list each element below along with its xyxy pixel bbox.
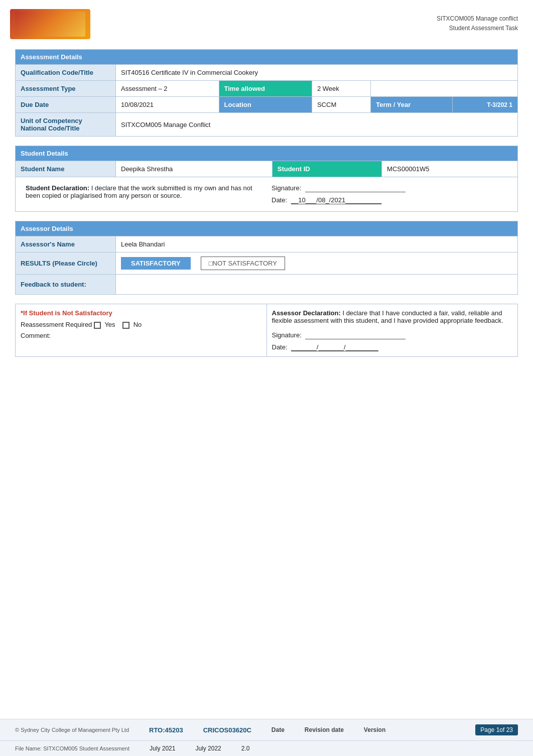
title-line2: Student Assessment Task xyxy=(437,24,518,33)
assessor-decl-row: Assessor Declaration: I declare that I h… xyxy=(272,309,513,324)
signature-label: Signature: xyxy=(272,184,301,192)
assessment-section-header: Assessment Details xyxy=(16,50,518,65)
results-label: RESULTS (Please Circle) xyxy=(16,253,116,275)
assessor-section-header: Assessor Details xyxy=(16,221,518,236)
term-year-label: Term / Year xyxy=(371,97,453,113)
signature-row: Signature: xyxy=(272,184,507,192)
due-date-label: Due Date xyxy=(16,97,116,113)
not-satisfactory-table: *If Student is Not Satisfactory Reassess… xyxy=(15,304,518,357)
results-buttons: SATISFACTORY □NOT SATISFACTORY xyxy=(121,257,512,270)
not-satisfactory-right: Assessor Declaration: I declare that I h… xyxy=(266,304,518,357)
cricos-label-text: CRICOS xyxy=(203,726,229,734)
student-section-header: Student Details xyxy=(16,146,518,161)
qualification-value: SIT40516 Certificate IV in Commercial Co… xyxy=(116,65,518,81)
student-declaration-row: Student Declaration: I declare that the … xyxy=(16,177,518,212)
time-allowed-value: 2 Week xyxy=(312,81,370,97)
date-label: Date: xyxy=(272,196,287,204)
title-line1: SITXCOM005 Manage conflict xyxy=(437,14,518,24)
no-label: No xyxy=(134,321,142,328)
assessment-details-table: Assessment Details Qualification Code/Ti… xyxy=(15,49,518,137)
assessor-date-label: Date: xyxy=(272,343,288,351)
reassessment-row: Reassessment Required Yes No xyxy=(21,321,261,329)
due-date-value: 10/08/2021 xyxy=(116,97,219,113)
page-header: SITXCOM005 Manage conflict Student Asses… xyxy=(0,0,533,44)
assessor-decl-label: Assessor Declaration: xyxy=(272,309,341,317)
feedback-label: Feedback to student: xyxy=(16,275,116,295)
rto-label: RTO:45203 xyxy=(149,726,183,734)
footer: © Sydney City College of Management Pty … xyxy=(0,719,533,756)
declaration-sig-cell: Signature: Date: __10___/08_/2021_______… xyxy=(266,181,512,207)
student-name-value: Deepika Shrestha xyxy=(116,161,273,177)
version-col-label: Version xyxy=(364,726,385,733)
logo-image xyxy=(15,12,85,37)
student-name-label: Student Name xyxy=(16,161,116,177)
date-row: Date: __10___/08_/2021__________ xyxy=(272,196,507,204)
date-value: __10___/08_/2021__________ xyxy=(291,196,382,204)
file-name: File Name: SITXCOM005 Student Assessment xyxy=(15,745,129,751)
satisfactory-button[interactable]: SATISFACTORY xyxy=(121,257,191,270)
revision-value-footer: July 2022 xyxy=(195,745,221,752)
results-value: SATISFACTORY □NOT SATISFACTORY xyxy=(116,253,518,275)
student-id-label: Student ID xyxy=(272,161,381,177)
student-details-table: Student Details Student Name Deepika Shr… xyxy=(15,146,518,212)
date-col-label: Date xyxy=(272,726,285,733)
unit-label-text: Unit of Competency xyxy=(21,117,110,124)
reassessment-label: Reassessment Required xyxy=(21,321,92,328)
national-value: SITXCOM005 Manage Conflict xyxy=(116,113,518,137)
declaration-text-cell: Student Declaration: I declare that the … xyxy=(21,181,266,207)
rto-label-text: RTO: xyxy=(149,726,165,734)
comment-row: Comment: xyxy=(21,332,261,339)
assessment-type-value: Assessment – 2 xyxy=(116,81,219,97)
footer-row1: © Sydney City College of Management Pty … xyxy=(0,719,533,741)
page-badge: Page 1of 23 xyxy=(475,724,518,735)
assessor-date-row: Date: _______/_______/_________ xyxy=(272,343,513,351)
student-id-value: MCS00001W5 xyxy=(382,161,518,177)
footer-copyright: © Sydney City College of Management Pty … xyxy=(15,727,129,733)
rto-value: 45203 xyxy=(165,726,183,734)
cricos-value: 03620C xyxy=(228,726,251,734)
cricos-label: CRICOS03620C xyxy=(203,726,251,734)
national-label-text: National Code/Title xyxy=(21,124,110,132)
logo xyxy=(10,9,90,39)
assessment-type-label: Assessment Type xyxy=(16,81,116,97)
yes-checkbox[interactable] xyxy=(94,322,101,329)
no-checkbox[interactable] xyxy=(122,322,129,329)
date-value-footer: July 2021 xyxy=(150,745,175,752)
assessor-sig-label: Signature: xyxy=(272,331,302,339)
declaration-inner-table: Student Declaration: I declare that the … xyxy=(21,181,512,207)
main-content: Assessment Details Qualification Code/Ti… xyxy=(0,44,533,376)
assessor-sig-row: Signature: xyxy=(272,331,513,339)
assessor-name-value: Leela Bhandari xyxy=(116,236,518,253)
assessor-details-table: Assessor Details Assessor's Name Leela B… xyxy=(15,221,518,295)
time-allowed-label: Time allowed xyxy=(219,81,312,97)
term-year-value: T-3/202 1 xyxy=(453,97,518,113)
not-satisfactory-left: *If Student is Not Satisfactory Reassess… xyxy=(16,304,267,357)
qualification-label: Qualification Code/Title xyxy=(16,65,116,81)
assessor-name-label: Assessor's Name xyxy=(16,236,116,253)
not-satisfactory-heading: *If Student is Not Satisfactory xyxy=(21,309,261,317)
document-title: SITXCOM005 Manage conflict Student Asses… xyxy=(437,9,518,33)
footer-row2: File Name: SITXCOM005 Student Assessment… xyxy=(0,741,533,756)
comment-label: Comment: xyxy=(21,332,51,339)
declaration-label: Student Declaration: xyxy=(26,184,89,192)
not-satisfactory-button[interactable]: □NOT SATISFACTORY xyxy=(201,257,285,270)
assessor-sig-line xyxy=(305,331,406,339)
location-value: SCCM xyxy=(312,97,370,113)
assessor-date-value: _______/_______/_________ xyxy=(291,343,378,351)
feedback-value xyxy=(116,275,518,295)
location-label: Location xyxy=(219,97,312,113)
version-value-footer: 2.0 xyxy=(241,745,250,752)
unit-label: Unit of Competency National Code/Title xyxy=(16,113,116,137)
yes-label: Yes xyxy=(104,321,115,328)
revision-col-label: Revision date xyxy=(305,726,344,733)
signature-line xyxy=(305,184,406,192)
